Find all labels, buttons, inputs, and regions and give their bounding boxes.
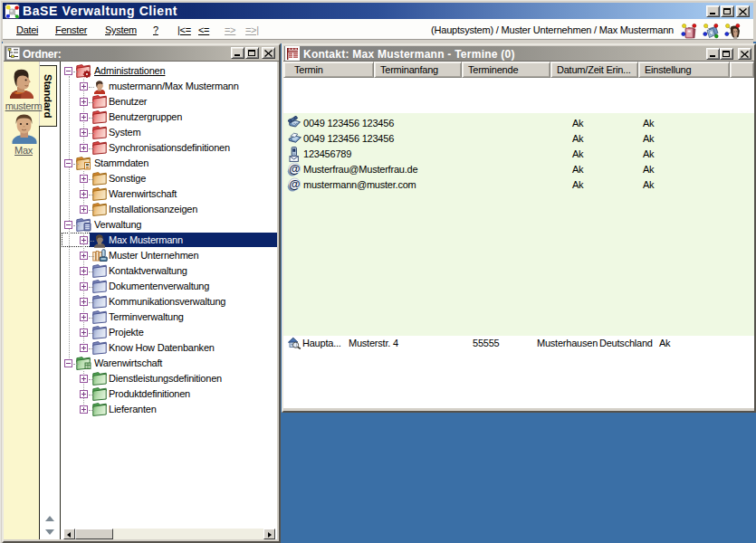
svg-text:@: @ xyxy=(289,163,300,176)
svg-text:@: @ xyxy=(289,178,300,191)
